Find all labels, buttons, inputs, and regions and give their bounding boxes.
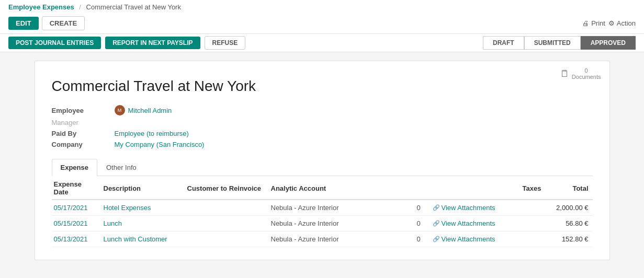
cell-desc-1[interactable]: Lunch (101, 216, 185, 231)
cell-customer-0 (185, 200, 269, 216)
table-header-row: Expense Date Description Customer to Rei… (52, 176, 593, 200)
print-label: Print (591, 19, 605, 27)
employee-value: M Mitchell Admin (115, 105, 172, 115)
attach-link-label[interactable]: View Attachments (442, 235, 495, 243)
employee-row: Employee M Mitchell Admin (52, 105, 593, 115)
document-card: 🗒 0 Documents Commercial Travel at New Y… (35, 61, 610, 260)
form-fields: Employee M Mitchell Admin Manager Paid B… (52, 105, 593, 148)
cell-customer-2 (185, 231, 269, 247)
main-content: 🗒 0 Documents Commercial Travel at New Y… (0, 52, 644, 269)
status-submitted[interactable]: SUBMITTED (524, 36, 581, 50)
top-bar: Employee Expenses / Commercial Travel at… (0, 0, 644, 34)
cell-num-2: 0 (415, 231, 431, 247)
cell-num-0: 0 (415, 200, 431, 216)
col-taxes: Taxes (514, 176, 546, 200)
cell-taxes-1 (514, 216, 546, 231)
cell-attach-0[interactable]: 🔗 View Attachments (431, 200, 514, 216)
clip-icon: 🔗 (433, 220, 440, 227)
breadcrumb: Employee Expenses / Commercial Travel at… (8, 0, 636, 13)
post-journal-button[interactable]: POST JOURNAL ENTRIES (8, 37, 101, 49)
cell-desc-0[interactable]: Hotel Expenses (101, 200, 185, 216)
paid-by-value: Employee (to reimburse) (115, 130, 189, 137)
refuse-button[interactable]: REFUSE (205, 36, 246, 50)
expense-table: Expense Date Description Customer to Rei… (52, 176, 593, 247)
gear-icon: ⚙ (608, 19, 615, 27)
table-row: 05/13/2021 Lunch with Customer Nebula - … (52, 231, 593, 247)
cell-date-0[interactable]: 05/17/2021 (52, 200, 101, 216)
cell-num-1: 0 (415, 216, 431, 231)
cell-attach-1[interactable]: 🔗 View Attachments (431, 216, 514, 231)
company-label: Company (52, 141, 115, 148)
cell-taxes-0 (514, 200, 546, 216)
company-value: My Company (San Francisco) (115, 141, 205, 148)
paid-by-label: Paid By (52, 130, 115, 137)
col-customer: Customer to Reinvoice (185, 176, 269, 200)
col-date: Expense Date (52, 176, 101, 200)
table-row: 05/17/2021 Hotel Expenses Nebula - Azure… (52, 200, 593, 216)
printer-icon: 🖨 (582, 19, 589, 27)
document-title: Commercial Travel at New York (52, 78, 593, 95)
cell-total-2: 152.80 € (546, 231, 593, 247)
company-row: Company My Company (San Francisco) (52, 141, 593, 148)
tab-other-info[interactable]: Other Info (97, 159, 145, 176)
col-total: Total (546, 176, 593, 200)
documents-count: 0 (572, 67, 601, 74)
status-bar: POST JOURNAL ENTRIES REPORT IN NEXT PAYS… (0, 34, 644, 52)
documents-button[interactable]: 🗒 0 Documents (560, 67, 601, 80)
col-attach (431, 176, 514, 200)
cell-date-1[interactable]: 05/15/2021 (52, 216, 101, 231)
paid-by-row: Paid By Employee (to reimburse) (52, 130, 593, 137)
status-steps: DRAFT SUBMITTED APPROVED (483, 36, 636, 50)
tab-expense[interactable]: Expense (52, 159, 97, 176)
status-approved[interactable]: APPROVED (581, 36, 636, 50)
clip-icon: 🔗 (433, 204, 440, 211)
print-button[interactable]: 🖨 Print (582, 19, 605, 27)
cell-date-2[interactable]: 05/13/2021 (52, 231, 101, 247)
cell-analytic-0: Nebula - Azure Interior (269, 200, 415, 216)
table-row: 05/15/2021 Lunch Nebula - Azure Interior… (52, 216, 593, 231)
cell-desc-2[interactable]: Lunch with Customer (101, 231, 185, 247)
edit-button[interactable]: EDIT (8, 17, 39, 30)
action-bar: EDIT CREATE 🖨 Print ⚙ Action (8, 13, 636, 33)
cell-analytic-1: Nebula - Azure Interior (269, 216, 415, 231)
employee-label: Employee (52, 107, 115, 114)
cell-total-1: 56.80 € (546, 216, 593, 231)
cell-taxes-2 (514, 231, 546, 247)
report-payslip-button[interactable]: REPORT IN NEXT PAYSLIP (105, 37, 200, 49)
documents-label: Documents (572, 74, 601, 80)
cell-analytic-2: Nebula - Azure Interior (269, 231, 415, 247)
document-icon: 🗒 (560, 68, 570, 79)
status-draft[interactable]: DRAFT (483, 36, 524, 50)
action-button[interactable]: ⚙ Action (608, 19, 636, 27)
cell-total-0: 2,000.00 € (546, 200, 593, 216)
clip-icon: 🔗 (433, 236, 440, 242)
manager-row: Manager (52, 119, 593, 126)
col-num (415, 176, 431, 200)
employee-avatar: M (115, 105, 125, 115)
attach-link-label[interactable]: View Attachments (442, 204, 495, 212)
manager-label: Manager (52, 119, 115, 126)
create-button[interactable]: CREATE (42, 16, 85, 30)
cell-customer-1 (185, 216, 269, 231)
breadcrumb-app[interactable]: Employee Expenses (8, 3, 74, 11)
breadcrumb-current: Commercial Travel at New York (86, 3, 181, 11)
breadcrumb-separator: / (79, 3, 81, 11)
attach-link-label[interactable]: View Attachments (442, 219, 495, 227)
action-label: Action (617, 19, 636, 27)
col-analytic: Analytic Account (269, 176, 415, 200)
cell-attach-2[interactable]: 🔗 View Attachments (431, 231, 514, 247)
col-description: Description (101, 176, 185, 200)
tabs: Expense Other Info (52, 159, 593, 176)
